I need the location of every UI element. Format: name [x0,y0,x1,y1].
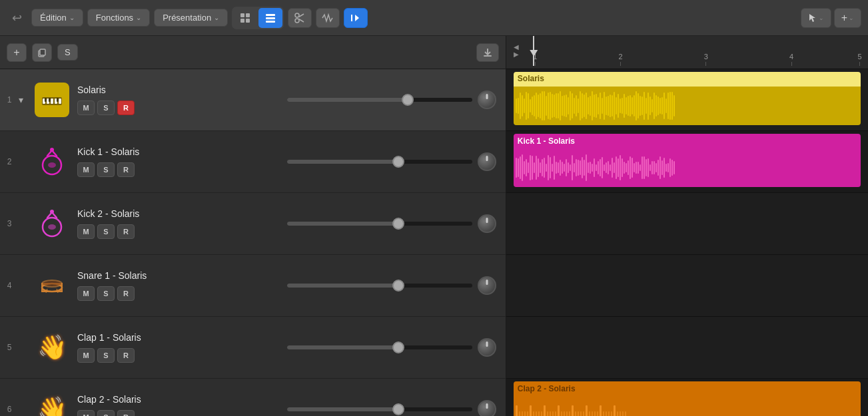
track-row: 3 Kick 2 - Solaris M S [0,193,506,255]
add-chevron: ⌄ [849,15,854,21]
record-button[interactable]: R [117,162,135,177]
add-button[interactable]: + ⌄ [834,8,861,28]
pan-knob[interactable] [478,276,496,295]
right-toolbar: ⌄ + ⌄ [801,8,861,28]
record-button[interactable]: R [117,101,135,115]
solo-button[interactable]: S [97,162,115,177]
record-button[interactable]: R [117,348,135,363]
s-button[interactable]: S [57,44,78,61]
scissors-button[interactable] [288,8,312,28]
volume-slider[interactable] [287,98,473,102]
svg-point-34 [48,224,56,230]
timeline-lane-1[interactable]: Solaris [506,69,868,131]
ruler-tick-1 [535,62,536,66]
main-content: + S 1 [0,36,868,416]
ruler-label-3: 3 [704,53,708,61]
add-track-button[interactable]: + [7,43,27,62]
svg-rect-6 [266,21,275,23]
timeline-lane-3[interactable] [506,193,868,255]
track-info: Clap 1 - Solaris M S R [72,332,287,363]
track-controls: M S R [77,101,287,115]
back-button[interactable]: ↩ [7,8,27,28]
svg-rect-25 [45,98,47,102]
solo-button[interactable]: S [97,286,115,301]
svg-point-7 [295,13,299,17]
grid-view-button[interactable] [233,8,257,28]
pan-knob[interactable] [478,214,496,233]
mute-button[interactable]: M [77,348,95,363]
edition-chevron: ⌄ [69,14,75,21]
track-info: Clap 2 - Solaris M S R [72,394,287,416]
timeline-lane-5[interactable] [506,317,868,379]
mute-button[interactable]: M [77,286,95,301]
track-name: Clap 1 - Solaris [77,332,287,343]
track-name: Clap 2 - Solaris [77,394,287,405]
record-button[interactable]: R [117,286,135,301]
track-controls: M S R [77,286,287,301]
download-button[interactable] [476,43,499,62]
scroll-right-arrow[interactable]: ▶ [514,51,519,58]
volume-slider[interactable] [287,345,473,349]
list-view-button[interactable] [258,8,282,28]
track-number: 6 [0,405,19,414]
svg-point-37 [50,210,54,214]
track-slider-area [287,91,502,109]
track-controls: M S R [77,162,287,177]
pan-knob[interactable] [478,338,496,357]
duplicate-icon [37,47,47,58]
pan-knob[interactable] [478,91,496,109]
clip-pattern-solaris [514,87,861,125]
svg-rect-24 [59,99,61,104]
solo-button[interactable]: S [97,348,115,363]
fonctions-menu[interactable]: Fonctions ⌄ [87,9,150,27]
volume-slider[interactable] [287,222,473,226]
track-expand-button[interactable]: ▾ [19,95,32,105]
track-number: 2 [0,157,19,166]
volume-slider[interactable] [287,284,473,288]
snap-icon [350,12,362,24]
record-button[interactable]: R [117,224,135,239]
track-row: 2 Kick 1 - Solaris M S [0,131,506,193]
timeline-lane-4[interactable] [506,255,868,317]
clip-pattern-clap2 [514,396,861,416]
svg-point-8 [295,19,299,23]
pan-knob[interactable] [478,152,496,171]
solo-button[interactable]: S [97,101,115,115]
svg-rect-11 [351,15,352,21]
main-toolbar: ↩ Édition ⌄ Fonctions ⌄ Présentation ⌄ [0,0,868,36]
edition-menu[interactable]: Édition ⌄ [31,9,83,27]
track-info: Snare 1 - Solaris M S R [72,270,287,301]
solo-button[interactable]: S [97,410,115,416]
grid-icon [240,13,250,23]
mute-button[interactable]: M [77,224,95,239]
volume-slider[interactable] [287,160,473,164]
scroll-left-arrow[interactable]: ◀ [514,44,519,51]
track-number: 3 [0,219,19,228]
track-name: Solaris [77,85,287,95]
ruler-label-2: 2 [619,53,623,61]
snap-button[interactable] [344,8,368,28]
svg-marker-13 [809,14,815,22]
track-name: Kick 2 - Solaris [77,208,287,219]
add-icon: + [841,12,847,24]
mute-button[interactable]: M [77,162,95,177]
wave-button[interactable] [316,8,340,28]
record-button[interactable]: R [117,410,135,416]
track-instrument-icon: 👋 [32,327,72,367]
mute-button[interactable]: M [77,101,95,115]
timeline-content[interactable]: Solaris Kick 1 - Solaris [506,69,868,416]
duplicate-track-button[interactable] [32,43,52,62]
pointer-button[interactable]: ⌄ [801,8,831,28]
timeline-lane-6[interactable]: Clap 2 - Solaris [506,379,868,416]
playhead[interactable] [533,36,534,66]
presentation-menu[interactable]: Présentation ⌄ [154,9,228,27]
pan-knob[interactable] [478,400,496,416]
volume-slider[interactable] [287,407,473,411]
track-slider-area [287,214,502,233]
timeline-lane-2[interactable]: Kick 1 - Solaris [506,131,868,193]
ruler-label-5: 5 [858,53,862,61]
ruler-tick-4 [791,62,792,66]
ruler-tick-3 [705,62,706,66]
solo-button[interactable]: S [97,224,115,239]
mute-button[interactable]: M [77,410,95,416]
